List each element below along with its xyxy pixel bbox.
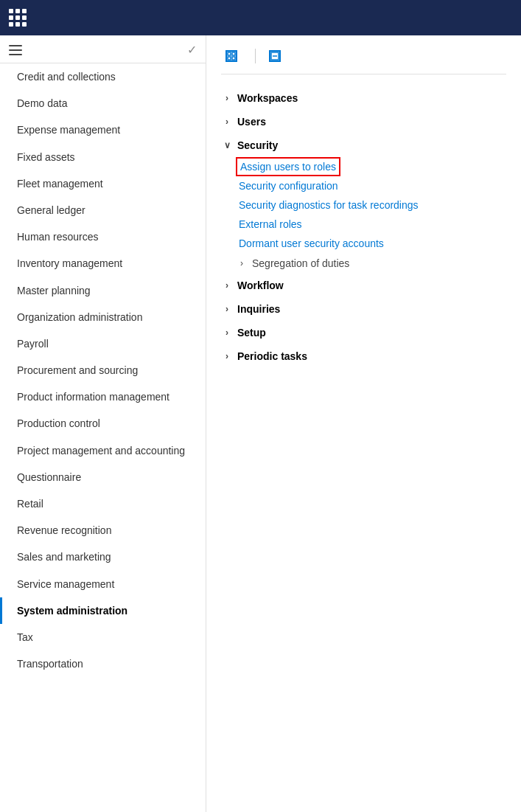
tree-subsection-label-segregation-of-duties: Segregation of duties bbox=[252, 257, 349, 269]
sidebar-item-master-planning[interactable]: Master planning bbox=[0, 277, 206, 304]
chevron-down-icon: ∨ bbox=[221, 140, 233, 150]
tree-section-label-workspaces: Workspaces bbox=[237, 92, 298, 104]
tree-link-assign-users-roles[interactable]: Assign users to roles bbox=[236, 157, 340, 176]
tree-section-label-workflow: Workflow bbox=[237, 280, 284, 291]
collapse-icon bbox=[269, 50, 281, 62]
sidebar-item-project-management[interactable]: Project management and accounting bbox=[0, 437, 206, 464]
tree-section-users: ›Users bbox=[221, 110, 506, 133]
apps-icon[interactable] bbox=[9, 9, 27, 27]
tree-children-security: Assign users to rolesSecurity configurat… bbox=[221, 157, 506, 274]
expand-all-icon bbox=[225, 50, 237, 62]
tree-section-workflow: ›Workflow bbox=[221, 274, 506, 297]
svg-rect-0 bbox=[228, 52, 231, 55]
pin-icon[interactable]: ✓ bbox=[187, 43, 197, 57]
svg-rect-3 bbox=[232, 57, 235, 60]
sidebar-item-revenue-recognition[interactable]: Revenue recognition bbox=[0, 517, 206, 544]
chevron-right-icon: › bbox=[221, 280, 233, 291]
sidebar-item-tax[interactable]: Tax bbox=[0, 624, 206, 650]
topbar bbox=[0, 0, 521, 35]
sidebar-item-fixed-assets[interactable]: Fixed assets bbox=[0, 144, 206, 170]
sidebar-item-expense-management[interactable]: Expense management bbox=[0, 117, 206, 143]
tree-section-label-users: Users bbox=[237, 116, 266, 128]
tree-section-header-security[interactable]: ∨Security bbox=[221, 133, 506, 157]
sidebar-item-retail[interactable]: Retail bbox=[0, 490, 206, 517]
tree: ›Workspaces›Users∨SecurityAssign users t… bbox=[221, 86, 506, 368]
sidebar-item-credit-collections[interactable]: Credit and collections bbox=[0, 63, 206, 90]
chevron-right-icon: › bbox=[221, 351, 233, 361]
sidebar-item-procurement-sourcing[interactable]: Procurement and sourcing bbox=[0, 357, 206, 384]
tree-link-dormant-user[interactable]: Dormant user security accounts bbox=[236, 234, 506, 253]
content-area: ›Workspaces›Users∨SecurityAssign users t… bbox=[206, 35, 521, 812]
tree-section-label-periodic-tasks: Periodic tasks bbox=[237, 350, 307, 362]
collapse-button[interactable] bbox=[265, 47, 290, 65]
sidebar-item-demo-data[interactable]: Demo data bbox=[0, 90, 206, 117]
tree-section-header-periodic-tasks[interactable]: ›Periodic tasks bbox=[221, 344, 506, 368]
sidebar-item-questionnaire[interactable]: Questionnaire bbox=[0, 464, 206, 490]
tree-link-security-configuration[interactable]: Security configuration bbox=[236, 176, 506, 195]
sidebar-item-service-management[interactable]: Service management bbox=[0, 571, 206, 597]
tree-section-label-security: Security bbox=[237, 139, 278, 151]
tree-section-header-setup[interactable]: ›Setup bbox=[221, 321, 506, 344]
sidebar-item-payroll[interactable]: Payroll bbox=[0, 330, 206, 357]
sidebar-item-product-information[interactable]: Product information management bbox=[0, 384, 206, 410]
sidebar-item-production-control[interactable]: Production control bbox=[0, 410, 206, 437]
sidebar-item-organization-administration[interactable]: Organization administration bbox=[0, 304, 206, 330]
chevron-right-icon: › bbox=[221, 327, 233, 338]
tree-section-security: ∨SecurityAssign users to rolesSecurity c… bbox=[221, 133, 506, 274]
hamburger-icon[interactable] bbox=[9, 45, 22, 55]
tree-section-inquiries: ›Inquiries bbox=[221, 297, 506, 321]
tree-section-header-inquiries[interactable]: ›Inquiries bbox=[221, 297, 506, 321]
tree-section-header-workflow[interactable]: ›Workflow bbox=[221, 274, 506, 297]
svg-rect-2 bbox=[228, 57, 231, 60]
sidebar-item-sales-marketing[interactable]: Sales and marketing bbox=[0, 544, 206, 570]
tree-link-security-diagnostics[interactable]: Security diagnostics for task recordings bbox=[236, 195, 506, 215]
sidebar-item-transportation[interactable]: Transportation bbox=[0, 650, 206, 677]
tree-section-workspaces: ›Workspaces bbox=[221, 86, 506, 110]
sidebar-item-general-ledger[interactable]: General ledger bbox=[0, 197, 206, 223]
chevron-right-icon: › bbox=[236, 258, 248, 268]
sidebar-items: Credit and collectionsDemo dataExpense m… bbox=[0, 63, 206, 677]
tree-link-external-roles[interactable]: External roles bbox=[236, 215, 506, 234]
sidebar-item-system-administration[interactable]: System administration bbox=[0, 597, 206, 624]
sidebar-item-human-resources[interactable]: Human resources bbox=[0, 223, 206, 250]
sidebar-item-inventory-management[interactable]: Inventory management bbox=[0, 250, 206, 277]
tree-section-setup: ›Setup bbox=[221, 321, 506, 344]
chevron-right-icon: › bbox=[221, 117, 233, 127]
main-layout: ✓ Credit and collectionsDemo dataExpense… bbox=[0, 35, 521, 812]
sidebar: ✓ Credit and collectionsDemo dataExpense… bbox=[0, 35, 206, 812]
tree-section-label-setup: Setup bbox=[237, 327, 266, 339]
tree-section-periodic-tasks: ›Periodic tasks bbox=[221, 344, 506, 368]
content-toolbar bbox=[221, 47, 506, 74]
tree-section-header-users[interactable]: ›Users bbox=[221, 110, 506, 133]
tree-section-header-workspaces[interactable]: ›Workspaces bbox=[221, 86, 506, 110]
sidebar-header: ✓ bbox=[0, 35, 206, 63]
tree-section-label-inquiries: Inquiries bbox=[237, 303, 280, 315]
sidebar-item-fleet-management[interactable]: Fleet management bbox=[0, 170, 206, 197]
expand-all-button[interactable] bbox=[221, 47, 246, 65]
chevron-right-icon: › bbox=[221, 304, 233, 314]
toolbar-divider bbox=[255, 49, 256, 63]
chevron-right-icon: › bbox=[221, 93, 233, 103]
svg-rect-1 bbox=[232, 52, 235, 55]
tree-subsection-segregation-of-duties[interactable]: ›Segregation of duties bbox=[236, 253, 506, 274]
